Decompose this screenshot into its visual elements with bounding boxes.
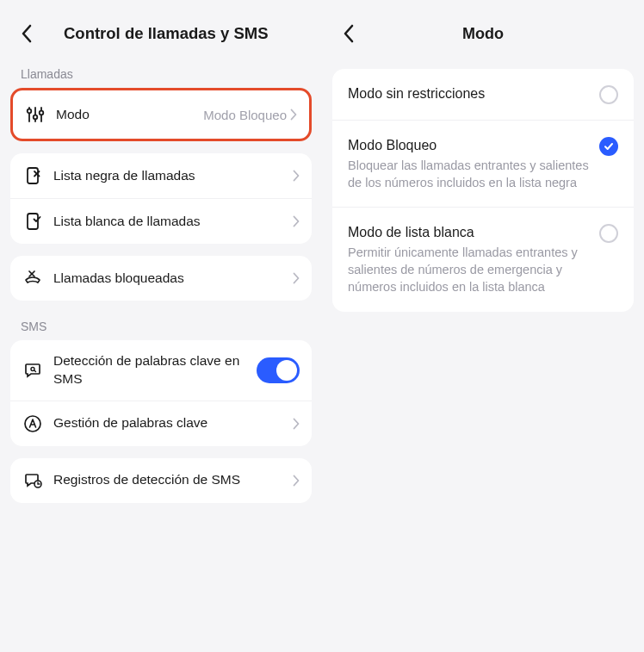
section-label-sms: SMS — [0, 313, 322, 340]
back-button[interactable] — [14, 21, 40, 47]
option-unrestricted[interactable]: Modo sin restricciones — [332, 69, 634, 120]
svg-point-2 — [40, 111, 44, 115]
row-modo-label: Modo — [56, 106, 203, 124]
row-whitelist[interactable]: Lista blanca de llamadas — [10, 198, 312, 244]
back-button[interactable] — [336, 21, 362, 47]
option-text: Modo Bloqueo Bloquear las llamadas entra… — [348, 136, 599, 191]
chat-search-icon — [22, 360, 43, 381]
right-pane: Modo Modo sin restricciones Modo Bloqueo… — [322, 0, 644, 652]
left-header: Control de llamadas y SMS — [0, 0, 322, 60]
chevron-left-icon — [343, 24, 355, 43]
sms-logs-group: Registros de detección de SMS — [10, 458, 312, 503]
chevron-right-icon — [293, 272, 300, 284]
phone-blacklist-icon — [22, 165, 43, 186]
row-keyword-detect[interactable]: Detección de palabras clave en SMS — [10, 340, 312, 401]
row-whitelist-label: Lista blanca de llamadas — [53, 213, 293, 231]
chevron-right-icon — [293, 170, 300, 182]
option-whitelist-desc: Permitir únicamente llamadas entrantes y… — [348, 244, 589, 296]
calls-list-group: Lista negra de llamadas Lista blanca de … — [10, 153, 312, 244]
radio-unrestricted[interactable] — [599, 85, 618, 104]
row-blacklist-label: Lista negra de llamadas — [53, 167, 293, 185]
modo-card-highlighted: Modo Modo Bloqueo — [10, 88, 312, 141]
right-header: Modo — [322, 0, 644, 60]
row-keyword-manage-label: Gestión de palabras clave — [53, 414, 293, 432]
row-sms-logs-label: Registros de detección de SMS — [53, 471, 293, 489]
row-keyword-detect-label: Detección de palabras clave en SMS — [53, 352, 257, 388]
row-blocked-label: Llamadas bloqueadas — [53, 270, 293, 288]
chevron-right-icon — [290, 109, 297, 121]
row-modo-value: Modo Bloqueo — [203, 108, 287, 122]
phone-whitelist-icon — [22, 211, 43, 232]
sms-keyword-group: Detección de palabras clave en SMS Gesti… — [10, 340, 312, 446]
radio-whitelist[interactable] — [599, 224, 618, 243]
keyword-detect-toggle[interactable] — [257, 357, 300, 383]
option-text: Modo de lista blanca Permitir únicamente… — [348, 223, 599, 295]
option-unrestricted-title: Modo sin restricciones — [348, 84, 589, 103]
chevron-left-icon — [21, 24, 33, 43]
chevron-right-icon — [293, 418, 300, 430]
option-whitelist[interactable]: Modo de lista blanca Permitir únicamente… — [332, 207, 634, 311]
svg-point-0 — [28, 109, 32, 114]
left-pane: Control de llamadas y SMS Llamadas Modo … — [0, 0, 322, 652]
svg-point-11 — [25, 416, 40, 432]
option-block-title: Modo Bloqueo — [348, 136, 589, 155]
row-keyword-manage[interactable]: Gestión de palabras clave — [10, 401, 312, 446]
svg-rect-3 — [28, 168, 38, 183]
check-icon — [604, 141, 614, 152]
chevron-right-icon — [293, 475, 300, 487]
option-block-desc: Bloquear las llamadas entrantes y salien… — [348, 157, 589, 192]
row-modo[interactable]: Modo Modo Bloqueo — [13, 90, 309, 139]
row-blocked-calls[interactable]: Llamadas bloqueadas — [10, 256, 312, 301]
option-block[interactable]: Modo Bloqueo Bloquear las llamadas entra… — [332, 120, 634, 207]
sms-log-icon — [22, 470, 43, 491]
sliders-icon — [25, 104, 46, 125]
page-title: Modo — [462, 25, 504, 43]
section-label-calls: Llamadas — [0, 60, 322, 88]
blocked-calls-group: Llamadas bloqueadas — [10, 256, 312, 301]
chevron-right-icon — [293, 215, 300, 227]
option-text: Modo sin restricciones — [348, 84, 599, 103]
letter-a-icon — [22, 413, 43, 434]
svg-point-1 — [34, 115, 38, 120]
row-blacklist[interactable]: Lista negra de llamadas — [10, 153, 312, 198]
option-whitelist-title: Modo de lista blanca — [348, 223, 589, 242]
radio-block[interactable] — [599, 137, 618, 156]
page-title: Control de llamadas y SMS — [64, 24, 268, 43]
svg-line-10 — [34, 370, 36, 372]
row-sms-logs[interactable]: Registros de detección de SMS — [10, 458, 312, 503]
call-blocked-icon — [22, 268, 43, 289]
mode-options-group: Modo sin restricciones Modo Bloqueo Bloq… — [332, 69, 634, 312]
